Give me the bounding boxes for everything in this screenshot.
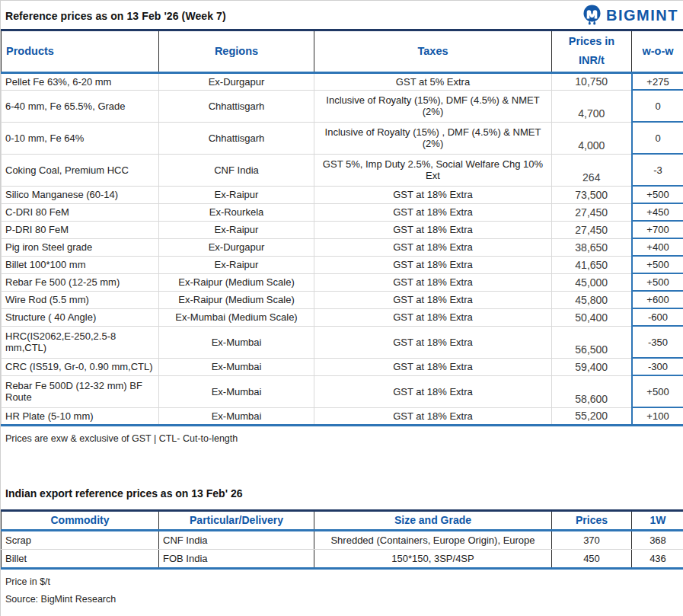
region-cell: Ex-Mumbai <box>159 326 314 358</box>
product-cell: P-DRI 80 FeM <box>2 221 159 238</box>
product-cell: Pig iron Steel grade <box>2 238 159 256</box>
title-bar: Reference prices as on 13 Feb '26 (Week … <box>1 1 683 29</box>
wow-cell: +100 <box>632 407 683 425</box>
table-row: 6-40 mm, Fe 65.5%, Grade Chhattisgarh In… <box>2 90 683 122</box>
table-row: Billet 100*100 mm Ex-Raipur GST at 18% E… <box>2 256 683 273</box>
units-note: Price in $/t <box>5 576 683 587</box>
taxes-cell: GST at 18% Extra <box>314 407 552 425</box>
commodity-cell: Scrap <box>2 530 159 549</box>
commodity-column-header: Commodity <box>2 510 159 530</box>
region-cell: Ex-Mumbai (Medium Scale) <box>159 308 314 326</box>
region-cell: Ex-Rourkela <box>159 203 314 221</box>
wow-column-header: w-o-w <box>632 30 683 73</box>
wow-cell: +700 <box>632 221 683 238</box>
size-grade-cell: Shredded (Containers, Europe Origin), Eu… <box>314 530 552 549</box>
wow-cell: +500 <box>632 375 683 407</box>
taxes-cell: GST at 5% Extra <box>314 72 552 90</box>
region-cell: Ex-Durgapur <box>159 238 314 256</box>
taxes-cell: GST at 18% Extra <box>314 256 552 273</box>
region-cell: Ex-Raipur <box>159 186 314 203</box>
taxes-cell: GST at 18% Extra <box>314 221 552 238</box>
taxes-cell: Inclusive of Royalty (15%), DMF (4.5%) &… <box>314 90 552 122</box>
price-cell: 55,200 <box>552 407 632 425</box>
taxes-cell: GST at 18% Extra <box>314 308 552 326</box>
price-cell: 45,000 <box>552 273 632 291</box>
price-cell: 370 <box>552 530 632 549</box>
wow-cell: +500 <box>632 186 683 203</box>
prices-column-header: Prices <box>552 510 632 530</box>
taxes-cell: GST at 18% Extra <box>314 375 552 407</box>
one-week-cell: 368 <box>632 530 683 549</box>
region-cell: Ex-Raipur (Medium Scale) <box>159 291 314 308</box>
table-row: 0-10 mm, Fe 64% Chhattisgarh Inclusive o… <box>2 122 683 154</box>
taxes-column-header: Taxes <box>314 30 552 73</box>
region-cell: Chhattisgarh <box>159 122 314 154</box>
wow-cell: -600 <box>632 308 683 326</box>
table-row: Silico Manganese (60-14) Ex-Raipur GST a… <box>2 186 683 203</box>
table-row: Pig iron Steel grade Ex-Durgapur GST at … <box>2 238 683 256</box>
commodity-cell: Billet <box>2 549 159 568</box>
reference-price-table: Products Regions Taxes Prices in INR/t w… <box>1 29 683 426</box>
product-cell: Billet 100*100 mm <box>2 256 159 273</box>
table-header-row: Products Regions Taxes Prices in INR/t w… <box>2 30 683 73</box>
taxes-cell: Inclusive of Royalty (15%) , DMF (4.5%) … <box>314 122 552 154</box>
table-row: Rebar Fe 500D (12-32 mm) BF Route Ex-Mum… <box>2 375 683 407</box>
table-row: HRC(IS2062,E-250,2.5-8 mm,CTL) Ex-Mumbai… <box>2 326 683 358</box>
wow-cell: +450 <box>632 203 683 221</box>
table-header-row: Commodity Particular/Delivery Size and G… <box>2 510 683 530</box>
product-cell: 6-40 mm, Fe 65.5%, Grade <box>2 90 159 122</box>
bigmint-logo-icon <box>582 5 602 27</box>
wow-cell: 0 <box>632 122 683 154</box>
price-cell: 4,000 <box>552 122 632 154</box>
bigmint-logo-text: BIGMINT <box>606 7 678 24</box>
product-cell: Silico Manganese (60-14) <box>2 186 159 203</box>
product-cell: 0-10 mm, Fe 64% <box>2 122 159 154</box>
region-cell: Ex-Raipur (Medium Scale) <box>159 273 314 291</box>
price-cell: 58,600 <box>552 375 632 407</box>
price-cell: 27,450 <box>552 203 632 221</box>
price-cell: 27,450 <box>552 221 632 238</box>
region-cell: Ex-Raipur <box>159 256 314 273</box>
region-cell: Ex-Durgapur <box>159 72 314 90</box>
table-row: Scrap CNF India Shredded (Containers, Eu… <box>2 530 683 549</box>
price-cell: 4,700 <box>552 90 632 122</box>
price-cell: 56,500 <box>552 326 632 358</box>
prices-column-header: Prices in INR/t <box>552 30 632 73</box>
price-cell: 45,800 <box>552 291 632 308</box>
product-cell: Rebar Fe 500D (12-32 mm) BF Route <box>2 375 159 407</box>
wow-cell: -350 <box>632 326 683 358</box>
taxes-cell: GST at 18% Extra <box>314 238 552 256</box>
taxes-cell: GST at 18% Extra <box>314 326 552 358</box>
bigmint-logo: BIGMINT <box>582 5 680 27</box>
region-cell: Ex-Mumbai <box>159 407 314 425</box>
product-cell: Wire Rod (5.5 mm) <box>2 291 159 308</box>
table-row: Structure ( 40 Angle) Ex-Mumbai (Medium … <box>2 308 683 326</box>
export-section-title: Indian export reference prices as on 13 … <box>5 487 683 500</box>
export-price-table: Commodity Particular/Delivery Size and G… <box>1 509 683 570</box>
exw-footnote: Prices are exw & exclusive of GST | CTL-… <box>5 433 683 444</box>
product-cell: Coking Coal, Premium HCC <box>2 154 159 186</box>
product-cell: Structure ( 40 Angle) <box>2 308 159 326</box>
wow-cell: +600 <box>632 291 683 308</box>
region-cell: Ex-Mumbai <box>159 375 314 407</box>
one-week-column-header: 1W <box>632 510 683 530</box>
wow-cell: 0 <box>632 90 683 122</box>
product-cell: CRC (IS519, Gr-0, 0.90 mm,CTL) <box>2 358 159 375</box>
price-cell: 50,400 <box>552 308 632 326</box>
table-row: C-DRI 80 FeM Ex-Rourkela GST at 18% Extr… <box>2 203 683 221</box>
product-cell: C-DRI 80 FeM <box>2 203 159 221</box>
product-cell: HR Plate (5-10 mm) <box>2 407 159 425</box>
table-row: P-DRI 80 FeM Ex-Raipur GST at 18% Extra … <box>2 221 683 238</box>
source-note: Source: BigMint Research <box>5 594 683 605</box>
one-week-cell: 436 <box>632 549 683 568</box>
table-row: HR Plate (5-10 mm) Ex-Mumbai GST at 18% … <box>2 407 683 425</box>
taxes-cell: GST at 18% Extra <box>314 186 552 203</box>
taxes-cell: GST at 18% Extra <box>314 203 552 221</box>
table-row: Coking Coal, Premium HCC CNF India GST 5… <box>2 154 683 186</box>
product-cell: Rebar Fe 500 (12-25 mm) <box>2 273 159 291</box>
taxes-cell: GST at 18% Extra <box>314 291 552 308</box>
wow-cell: +500 <box>632 256 683 273</box>
products-column-header: Products <box>2 30 159 73</box>
product-cell: Pellet Fe 63%, 6-20 mm <box>2 72 159 90</box>
region-cell: Ex-Raipur <box>159 221 314 238</box>
